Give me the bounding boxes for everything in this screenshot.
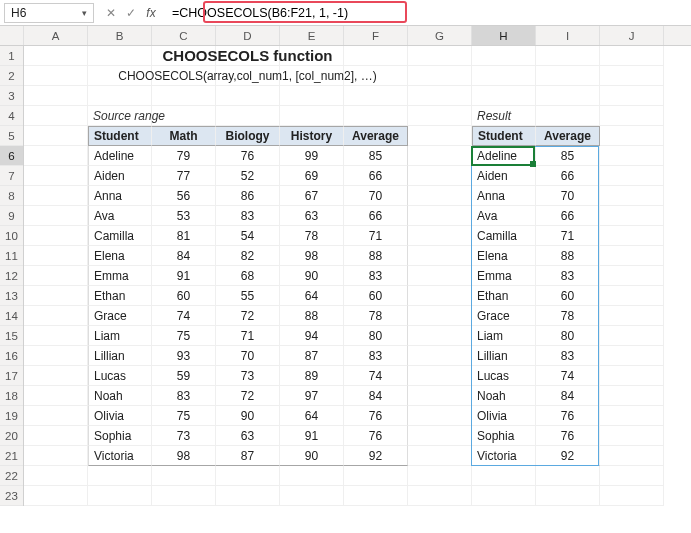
row-11[interactable]: 11 (0, 246, 23, 266)
source-history[interactable]: 87 (280, 346, 344, 366)
result-student[interactable]: Lillian (472, 346, 536, 366)
source-history[interactable]: 94 (280, 326, 344, 346)
cell[interactable] (408, 446, 472, 466)
cell[interactable] (344, 106, 408, 126)
cell[interactable] (152, 466, 216, 486)
result-student[interactable]: Anna (472, 186, 536, 206)
cell[interactable] (408, 206, 472, 226)
source-biology[interactable]: 82 (216, 246, 280, 266)
source-biology[interactable]: 90 (216, 406, 280, 426)
result-average[interactable]: 71 (536, 226, 600, 246)
col-G[interactable]: G (408, 26, 472, 45)
cell[interactable] (24, 466, 88, 486)
result-header[interactable]: Student (472, 126, 536, 146)
source-average[interactable]: 60 (344, 286, 408, 306)
cell[interactable] (600, 486, 664, 506)
cell[interactable] (600, 406, 664, 426)
cell[interactable] (24, 306, 88, 326)
cell[interactable] (216, 466, 280, 486)
result-header[interactable]: Average (536, 126, 600, 146)
result-student[interactable]: Grace (472, 306, 536, 326)
name-box[interactable]: H6 ▾ (4, 3, 94, 23)
source-average[interactable]: 66 (344, 166, 408, 186)
col-A[interactable]: A (24, 26, 88, 45)
result-average[interactable]: 74 (536, 366, 600, 386)
cell[interactable] (24, 446, 88, 466)
source-student[interactable]: Olivia (88, 406, 152, 426)
cell[interactable] (216, 86, 280, 106)
cell[interactable] (408, 126, 472, 146)
source-average[interactable]: 88 (344, 246, 408, 266)
cell[interactable] (600, 206, 664, 226)
result-student[interactable]: Aiden (472, 166, 536, 186)
cell[interactable] (408, 326, 472, 346)
source-header[interactable]: Math (152, 126, 216, 146)
source-header[interactable]: Average (344, 126, 408, 146)
cell[interactable] (24, 86, 88, 106)
cell[interactable] (216, 486, 280, 506)
cell[interactable] (600, 326, 664, 346)
cell[interactable] (88, 46, 152, 66)
row-10[interactable]: 10 (0, 226, 23, 246)
cells-area[interactable]: CHOOSECOLS functionCHOOSECOLS(array,col_… (24, 46, 691, 506)
cell[interactable] (24, 426, 88, 446)
cell[interactable] (536, 106, 600, 126)
col-I[interactable]: I (536, 26, 600, 45)
result-student[interactable]: Ava (472, 206, 536, 226)
row-17[interactable]: 17 (0, 366, 23, 386)
cell[interactable] (408, 166, 472, 186)
row-23[interactable]: 23 (0, 486, 23, 506)
source-history[interactable]: 91 (280, 426, 344, 446)
cell[interactable] (408, 466, 472, 486)
cell[interactable] (408, 366, 472, 386)
row-22[interactable]: 22 (0, 466, 23, 486)
source-header[interactable]: History (280, 126, 344, 146)
source-average[interactable]: 66 (344, 206, 408, 226)
source-math[interactable]: 91 (152, 266, 216, 286)
source-average[interactable]: 76 (344, 426, 408, 446)
source-student[interactable]: Aiden (88, 166, 152, 186)
page-title[interactable]: CHOOSECOLS function (216, 46, 280, 66)
cell[interactable] (408, 286, 472, 306)
result-average[interactable]: 70 (536, 186, 600, 206)
cell[interactable] (408, 266, 472, 286)
cell[interactable] (24, 166, 88, 186)
cell[interactable] (408, 406, 472, 426)
row-15[interactable]: 15 (0, 326, 23, 346)
cell[interactable] (536, 486, 600, 506)
result-average[interactable]: 66 (536, 206, 600, 226)
result-student[interactable]: Ethan (472, 286, 536, 306)
source-history[interactable]: 99 (280, 146, 344, 166)
row-9[interactable]: 9 (0, 206, 23, 226)
source-biology[interactable]: 83 (216, 206, 280, 226)
source-biology[interactable]: 72 (216, 386, 280, 406)
cell[interactable] (88, 486, 152, 506)
result-student[interactable]: Camilla (472, 226, 536, 246)
source-history[interactable]: 64 (280, 406, 344, 426)
row-19[interactable]: 19 (0, 406, 23, 426)
cell[interactable] (344, 466, 408, 486)
cell[interactable] (536, 466, 600, 486)
cell[interactable] (24, 226, 88, 246)
source-history[interactable]: 89 (280, 366, 344, 386)
row-21[interactable]: 21 (0, 446, 23, 466)
source-history[interactable]: 78 (280, 226, 344, 246)
cell[interactable] (408, 86, 472, 106)
source-biology[interactable]: 52 (216, 166, 280, 186)
source-biology[interactable]: 86 (216, 186, 280, 206)
result-student[interactable]: Olivia (472, 406, 536, 426)
cell[interactable] (344, 46, 408, 66)
cell[interactable] (24, 366, 88, 386)
row-13[interactable]: 13 (0, 286, 23, 306)
source-history[interactable]: 97 (280, 386, 344, 406)
source-biology[interactable]: 73 (216, 366, 280, 386)
row-4[interactable]: 4 (0, 106, 23, 126)
cell[interactable] (472, 46, 536, 66)
row-18[interactable]: 18 (0, 386, 23, 406)
cell[interactable] (408, 306, 472, 326)
cell[interactable] (600, 106, 664, 126)
result-average[interactable]: 76 (536, 426, 600, 446)
cell[interactable] (600, 186, 664, 206)
source-math[interactable]: 84 (152, 246, 216, 266)
result-student[interactable]: Elena (472, 246, 536, 266)
